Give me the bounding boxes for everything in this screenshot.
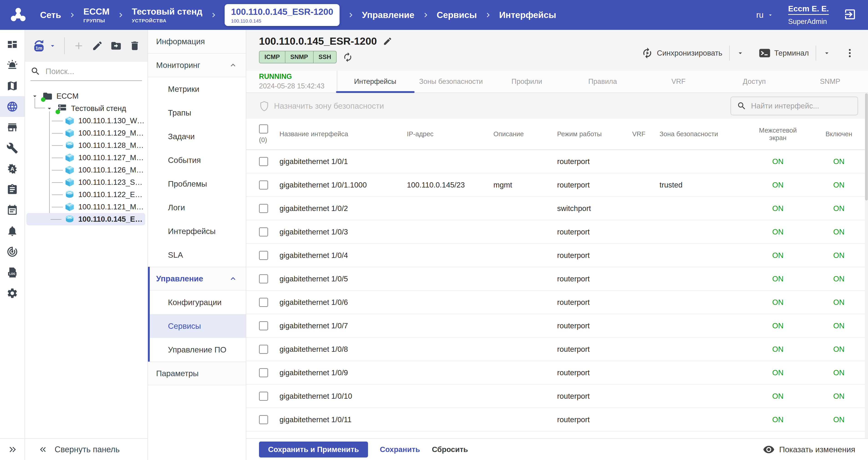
monitoring-icon[interactable]: [0, 241, 25, 262]
tree-device-item[interactable]: 100.110.1.127_MES531...: [26, 151, 145, 164]
reset-button[interactable]: Сбросить: [432, 445, 468, 454]
caret-down-icon[interactable]: [31, 92, 39, 100]
table-row[interactable]: gigabitethernet 1/0/9 routerport ON ON: [246, 361, 868, 384]
menu-item-traps[interactable]: Трапы: [148, 101, 246, 125]
breadcrumb-section[interactable]: Управление: [362, 10, 414, 20]
menu-item-metrics[interactable]: Метрики: [148, 77, 246, 101]
row-checkbox[interactable]: [259, 157, 268, 166]
menu-item-events[interactable]: События: [148, 148, 246, 172]
tab-snmp[interactable]: SNMP: [792, 70, 868, 92]
save-apply-button[interactable]: Сохранить и Применить: [259, 441, 368, 458]
sync-options-button[interactable]: [737, 49, 744, 57]
menu-item-information[interactable]: Информация: [148, 30, 246, 54]
row-checkbox[interactable]: [259, 204, 268, 213]
user-menu[interactable]: Eccm E. E. SuperAdmin: [788, 4, 829, 26]
network-icon[interactable]: [0, 96, 25, 117]
move-node-button[interactable]: [110, 39, 122, 52]
alerts-icon[interactable]: A: [0, 159, 25, 179]
save-button[interactable]: Сохранить: [380, 445, 420, 454]
tab-vrf[interactable]: VRF: [641, 70, 716, 92]
tree-device-item-selected[interactable]: 100.110.0.145_ESR-12...: [26, 213, 145, 225]
more-actions-button[interactable]: [844, 48, 855, 59]
sync-button[interactable]: Синхронизировать: [641, 47, 722, 59]
menu-item-parameters[interactable]: Параметры: [148, 362, 246, 385]
row-checkbox[interactable]: [259, 274, 268, 283]
tree-node-group[interactable]: Тестовый стенд: [25, 102, 148, 115]
interface-search-input[interactable]: [751, 102, 851, 110]
row-checkbox[interactable]: [259, 251, 268, 260]
expand-sidebar-button[interactable]: [0, 438, 25, 460]
table-row[interactable]: gigabitethernet 1/0/5 routerport ON ON: [246, 267, 868, 291]
incidents-icon[interactable]: [0, 55, 25, 76]
row-checkbox[interactable]: [259, 227, 268, 236]
tree-device-item[interactable]: 100.110.1.122_ESR-200: [26, 189, 145, 201]
assign-zone-button[interactable]: Назначить зону безопасности: [259, 101, 384, 111]
menu-item-interfaces[interactable]: Интерфейсы: [148, 220, 246, 243]
menu-item-logs[interactable]: Логи: [148, 196, 246, 220]
row-checkbox[interactable]: [259, 368, 268, 377]
dashboard-icon[interactable]: [0, 34, 25, 55]
menu-item-management[interactable]: Управление: [150, 267, 246, 290]
table-row[interactable]: gigabitethernet 1/0/1 routerport ON ON: [246, 150, 868, 173]
tree-search-input[interactable]: [45, 67, 142, 76]
breadcrumb-network[interactable]: Сеть: [40, 10, 61, 20]
tools-icon[interactable]: [0, 138, 25, 159]
vertical-scrollbar[interactable]: [865, 93, 868, 438]
table-row[interactable]: gigabitethernet 1/0/11 routerport ON ON: [246, 408, 868, 432]
logs-icon[interactable]: LOG: [0, 262, 25, 283]
tab-rules[interactable]: Правила: [565, 70, 641, 92]
tree-device-item[interactable]: 100.110.1.128_ME5200: [26, 139, 145, 151]
caret-down-icon[interactable]: [49, 42, 57, 50]
menu-item-firmware[interactable]: Управление ПО: [150, 338, 246, 362]
row-checkbox[interactable]: [259, 415, 268, 424]
logout-button[interactable]: [843, 8, 858, 22]
auto-refresh-button[interactable]: 1m: [31, 38, 57, 53]
edit-node-button[interactable]: [91, 39, 104, 52]
edit-title-icon[interactable]: [383, 36, 392, 46]
menu-item-services[interactable]: Сервисы: [150, 314, 246, 338]
breadcrumb-page[interactable]: Интерфейсы: [499, 10, 556, 20]
breadcrumb-device-pill[interactable]: 100.110.0.145_ESR-1200 100.110.0.145: [225, 4, 340, 26]
tree-node-root[interactable]: ECCM: [25, 90, 148, 102]
table-row[interactable]: gigabitethernet 1/0/10 routerport ON ON: [246, 384, 868, 408]
menu-item-monitoring[interactable]: Мониторинг: [148, 54, 246, 77]
tasks-icon[interactable]: [0, 179, 25, 200]
tree-device-item[interactable]: 100.110.1.123_SMG-10...: [26, 176, 145, 189]
table-row[interactable]: gigabitethernet 1/0/6 routerport ON ON: [246, 291, 868, 314]
table-row[interactable]: gigabitethernet 1/0/4 routerport ON ON: [246, 244, 868, 267]
calendar-icon[interactable]: [0, 200, 25, 221]
collapse-panel-button[interactable]: Свернуть панель: [25, 438, 148, 460]
map-icon[interactable]: [0, 76, 25, 96]
tab-access[interactable]: Доступ: [716, 70, 792, 92]
select-all-checkbox[interactable]: [259, 124, 268, 134]
breadcrumb-stand[interactable]: Тестовый стенд УСТРОЙСТВА: [132, 7, 202, 24]
menu-item-configurations[interactable]: Конфигурации: [150, 290, 246, 314]
table-row[interactable]: gigabitethernet 1/0/8 routerport ON ON: [246, 338, 868, 361]
breadcrumb-group[interactable]: ECCM ГРУППЫ: [83, 7, 110, 24]
table-row[interactable]: gigabitethernet 1/0/3 routerport ON ON: [246, 220, 868, 244]
row-checkbox[interactable]: [259, 392, 268, 401]
language-selector[interactable]: ru: [756, 10, 774, 20]
tree-device-item[interactable]: 100.110.1.126_MES242...: [26, 164, 145, 176]
scrollbar-thumb[interactable]: [865, 93, 868, 201]
row-checkbox[interactable]: [259, 321, 268, 330]
menu-item-tasks[interactable]: Задачи: [148, 125, 246, 148]
tab-interfaces[interactable]: Интерфейсы: [337, 70, 413, 92]
menu-item-problems[interactable]: Проблемы: [148, 172, 246, 196]
add-node-button[interactable]: [72, 39, 85, 52]
tab-security-zones[interactable]: Зоны безопасности: [413, 70, 489, 92]
settings-icon[interactable]: [0, 283, 25, 304]
row-checkbox[interactable]: [259, 180, 268, 190]
terminal-options-button[interactable]: [823, 49, 831, 57]
tab-profiles[interactable]: Профили: [489, 70, 565, 92]
table-row[interactable]: gigabitethernet 1/0/1.1000 100.110.0.145…: [246, 173, 868, 197]
tree-device-item[interactable]: 100.110.1.121_MES212...: [26, 201, 145, 213]
app-logo-icon[interactable]: [10, 7, 26, 23]
tree-device-item[interactable]: 100.110.1.130_WLC-30: [26, 115, 145, 127]
table-row[interactable]: gigabitethernet 1/0/2 switchport ON ON: [246, 197, 868, 220]
terminal-button[interactable]: Терминал: [759, 47, 809, 59]
user-name[interactable]: Eccm E. E.: [788, 4, 829, 15]
row-checkbox[interactable]: [259, 345, 268, 354]
notifications-icon[interactable]: [0, 221, 25, 241]
caret-down-icon[interactable]: [45, 105, 53, 112]
